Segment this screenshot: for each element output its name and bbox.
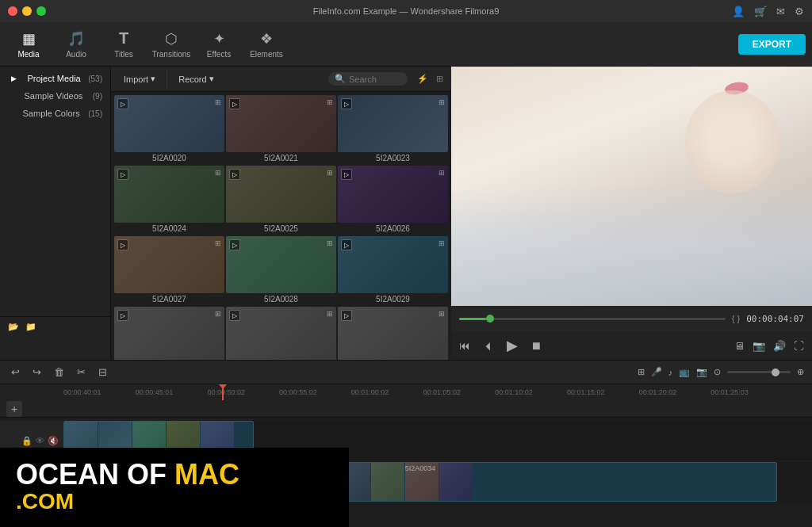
play-icon: ▷ [229,310,240,321]
sidebar-project-media-count: (53) [88,74,102,83]
media-thumbnail: ▷ ⊞ [338,95,448,152]
split-button[interactable]: ⊟ [95,365,110,380]
watermark-mac: MAC [174,458,239,491]
in-point-icon: { } [732,314,740,323]
list-item[interactable]: ▷ ⊞ [226,307,336,360]
main-toolbar: ▦ Media 🎵 Audio T Titles ⬡ Transitions ✦… [0,22,812,67]
preview-right-controls: 🖥 📷 🔊 ⛶ [734,340,804,352]
list-item[interactable]: ▷ ⊞ 5I2A0024 [114,166,224,235]
titles-label: Titles [114,50,133,59]
sidebar-item-sample-videos[interactable]: Sample Videos (9) [0,87,110,105]
volume-icon[interactable]: 🔊 [773,340,786,352]
folder-open-icon[interactable]: 📂 [8,322,19,332]
toolbar-elements[interactable]: ❖ Elements [244,25,289,63]
titles-icon: T [119,29,128,48]
add-track-button[interactable]: + [6,401,22,417]
folder-add-icon[interactable]: 📁 [25,322,36,332]
timeline-toolbar: ↩ ↪ 🗑 ✂ ⊟ ⊞ 🎤 ♪ 📺 📷 ⊙ ⊕ [0,361,812,384]
audio-icon: 🎵 [67,30,85,48]
list-item[interactable]: ▷ ⊞ 5I2A0027 [114,236,224,305]
list-item[interactable]: ▷ ⊞ 5I2A0029 [338,236,448,305]
toolbar-effects[interactable]: ✦ Effects [197,25,241,63]
sidebar-item-project-media[interactable]: ▶ Project Media (53) [0,70,110,87]
skip-back-button[interactable]: ⏮ [459,339,470,352]
cart-icon[interactable]: 🛒 [754,6,767,17]
grid-view-icon[interactable]: ⊞ [436,74,443,84]
toolbar-titles[interactable]: T Titles [102,25,146,63]
maximize-button[interactable] [36,6,46,16]
ruler-mark: 00:00:55:02 [279,388,317,396]
track-mute-icon[interactable]: 🔇 [48,436,59,446]
list-item[interactable]: ▷ ⊞ 5I2A0028 [226,236,336,305]
import-button[interactable]: Import ▾ [119,72,160,86]
delete-button[interactable]: 🗑 [51,365,67,380]
play-button[interactable]: ▶ [507,337,518,354]
zoom-fit-icon[interactable]: ⊕ [797,367,804,377]
preview-controls: { } 00:00:04:07 [451,306,812,331]
elements-icon: ❖ [260,30,273,48]
track-add-icon[interactable]: ⊞ [638,367,645,377]
list-item[interactable]: ▷ ⊞ [338,307,448,360]
fullscreen-icon[interactable]: ⛶ [794,340,804,352]
sidebar-item-arrow: ▶ [11,74,17,82]
track-lock-icon[interactable]: 🔒 [21,436,33,446]
play-icon: ▷ [229,98,240,109]
list-item[interactable]: ▷ ⊞ 5I2A0025 [226,166,336,235]
toolbar-audio[interactable]: 🎵 Audio [54,25,98,63]
export-button[interactable]: EXPORT [738,34,806,55]
list-item[interactable]: ▷ ⊞ 5I2A0020 [114,95,224,164]
ruler-mark: 00:01:00:02 [351,388,389,396]
camera-icon[interactable]: 📷 [696,367,707,377]
sidebar-sample-colors-count: (15) [88,109,102,118]
mic-icon[interactable]: 🎤 [651,367,662,377]
account-icon[interactable]: 👤 [732,6,745,17]
redo-button[interactable]: ↪ [29,365,44,380]
toolbar-transitions[interactable]: ⬡ Transitions [149,25,193,63]
search-input[interactable] [349,74,404,84]
filter-icon[interactable]: ⚡ [417,74,428,84]
preview-panel: { } 00:00:04:07 ⏮ ⏴ ▶ ⏹ 🖥 📷 🔊 ⛶ [451,67,812,360]
transitions-label: Transitions [152,50,191,59]
media-thumbnail: ▷ ⊞ [114,95,224,152]
seekbar[interactable] [459,318,726,320]
mail-icon[interactable]: ✉ [776,6,785,17]
toolbar-divider [167,70,167,89]
ruler-mark: 00:00:45:01 [136,388,174,396]
grid-icon: ⊞ [439,239,445,247]
minimize-button[interactable] [22,6,32,16]
titlebar-icons: 👤 🛒 ✉ ⚙ [732,6,804,17]
watermark-text-line1: OCEAN OF MAC [16,460,239,489]
list-item[interactable]: ▷ ⊞ 5I2A0026 [338,166,448,235]
speed-icon[interactable]: ⊙ [714,367,721,377]
media-thumbnail: ▷ ⊞ [114,307,224,360]
snapshot-icon[interactable]: 📷 [753,340,765,352]
play-icon: ▷ [341,169,352,180]
grid-icon: ⊞ [327,310,333,318]
media-icon: ▦ [22,30,36,48]
monitor-icon[interactable]: 🖥 [734,340,745,352]
cut-button[interactable]: ✂ [74,365,89,380]
settings-icon[interactable]: ⚙ [795,6,804,17]
grid-icon: ⊞ [327,98,333,106]
sidebar-item-sample-colors[interactable]: Sample Colors (15) [0,105,110,122]
zoom-slider[interactable] [727,371,791,373]
media-item-label: 5I2A0020 [114,152,224,164]
watermark: OCEAN OF MAC .COM [0,448,349,527]
track-visible-icon[interactable]: 👁 [36,436,44,445]
record-button[interactable]: Record ▾ [174,72,218,86]
screen-record-icon[interactable]: 📺 [679,367,690,377]
toolbar-media[interactable]: ▦ Media [6,25,51,63]
sidebar-sample-videos-count: (9) [93,92,102,101]
step-back-button[interactable]: ⏴ [483,339,494,352]
timeline-right-tools: ⊞ 🎤 ♪ 📺 📷 ⊙ ⊕ [638,367,805,377]
ruler-mark: 00:01:05:02 [423,388,462,396]
search-box: 🔍 [328,72,408,86]
close-button[interactable] [8,6,17,16]
grid-icon: ⊞ [439,169,445,177]
list-item[interactable]: ▷ ⊞ [114,307,224,360]
list-item[interactable]: ▷ ⊞ 5I2A0021 [226,95,336,164]
undo-button[interactable]: ↩ [8,365,23,380]
stop-button[interactable]: ⏹ [530,339,542,352]
music-icon[interactable]: ♪ [668,368,673,377]
list-item[interactable]: ▷ ⊞ 5I2A0023 [338,95,448,164]
